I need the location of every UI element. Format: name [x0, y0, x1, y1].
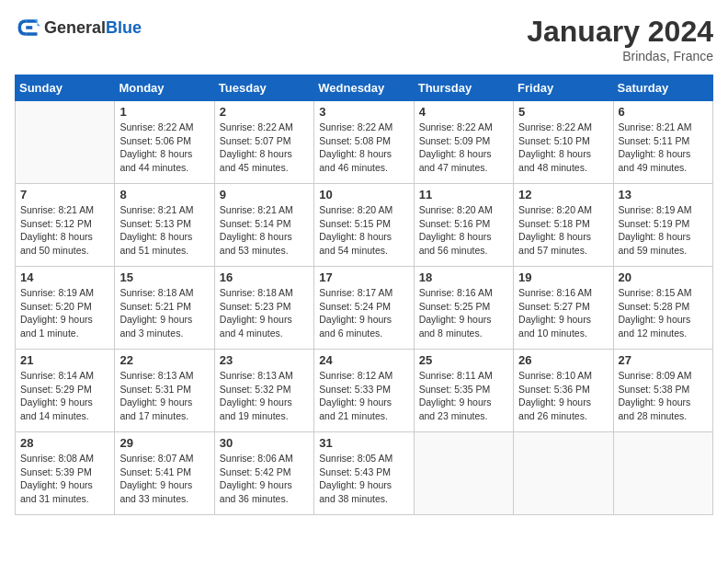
calendar-cell: 18Sunrise: 8:16 AM Sunset: 5:25 PM Dayli…: [414, 267, 513, 350]
day-info: Sunrise: 8:09 AM Sunset: 5:38 PM Dayligh…: [619, 369, 708, 423]
logo-text-general: General: [44, 18, 106, 37]
calendar-cell: 31Sunrise: 8:05 AM Sunset: 5:43 PM Dayli…: [314, 432, 414, 515]
day-info: Sunrise: 8:12 AM Sunset: 5:33 PM Dayligh…: [319, 369, 408, 423]
calendar-cell: 13Sunrise: 8:19 AM Sunset: 5:19 PM Dayli…: [613, 184, 712, 267]
day-number: 28: [20, 436, 109, 450]
day-number: 24: [319, 353, 408, 367]
calendar-cell: 20Sunrise: 8:15 AM Sunset: 5:28 PM Dayli…: [613, 267, 712, 350]
day-info: Sunrise: 8:06 AM Sunset: 5:42 PM Dayligh…: [220, 452, 309, 506]
day-number: 16: [220, 270, 309, 284]
weekday-header-tuesday: Tuesday: [214, 75, 313, 101]
day-number: 31: [319, 436, 408, 450]
day-info: Sunrise: 8:21 AM Sunset: 5:11 PM Dayligh…: [619, 121, 708, 175]
calendar-cell: [613, 432, 712, 515]
calendar-cell: 19Sunrise: 8:16 AM Sunset: 5:27 PM Dayli…: [514, 267, 613, 350]
calendar-cell: 30Sunrise: 8:06 AM Sunset: 5:42 PM Dayli…: [214, 432, 313, 515]
calendar-week-row: 28Sunrise: 8:08 AM Sunset: 5:39 PM Dayli…: [16, 432, 713, 515]
weekday-header-thursday: Thursday: [414, 75, 513, 101]
calendar-cell: 2Sunrise: 8:22 AM Sunset: 5:07 PM Daylig…: [214, 101, 313, 184]
calendar-cell: 4Sunrise: 8:22 AM Sunset: 5:09 PM Daylig…: [414, 101, 513, 184]
day-number: 17: [319, 270, 408, 284]
day-info: Sunrise: 8:21 AM Sunset: 5:14 PM Dayligh…: [220, 203, 309, 258]
day-number: 13: [619, 188, 708, 201]
day-info: Sunrise: 8:16 AM Sunset: 5:25 PM Dayligh…: [419, 286, 508, 340]
day-info: Sunrise: 8:11 AM Sunset: 5:35 PM Dayligh…: [419, 369, 508, 423]
calendar-cell: 7Sunrise: 8:21 AM Sunset: 5:12 PM Daylig…: [16, 184, 115, 267]
day-info: Sunrise: 8:05 AM Sunset: 5:43 PM Dayligh…: [319, 452, 408, 506]
day-info: Sunrise: 8:13 AM Sunset: 5:32 PM Dayligh…: [220, 369, 309, 423]
day-info: Sunrise: 8:18 AM Sunset: 5:21 PM Dayligh…: [119, 286, 209, 340]
day-number: 3: [319, 105, 408, 119]
calendar-cell: [16, 101, 115, 184]
day-number: 26: [518, 353, 608, 367]
day-info: Sunrise: 8:10 AM Sunset: 5:36 PM Dayligh…: [518, 369, 608, 423]
day-number: 4: [419, 105, 508, 119]
day-number: 25: [419, 353, 508, 367]
day-number: 18: [419, 270, 508, 284]
day-number: 14: [20, 270, 109, 284]
day-info: Sunrise: 8:20 AM Sunset: 5:18 PM Dayligh…: [518, 203, 608, 258]
calendar-cell: 23Sunrise: 8:13 AM Sunset: 5:32 PM Dayli…: [214, 350, 313, 432]
calendar-week-row: 21Sunrise: 8:14 AM Sunset: 5:29 PM Dayli…: [16, 350, 713, 432]
day-number: 27: [619, 353, 708, 367]
calendar-cell: 8Sunrise: 8:21 AM Sunset: 5:13 PM Daylig…: [115, 184, 214, 267]
calendar-cell: 24Sunrise: 8:12 AM Sunset: 5:33 PM Dayli…: [314, 350, 414, 432]
calendar-table: SundayMondayTuesdayWednesdayThursdayFrid…: [15, 75, 713, 515]
calendar-cell: 6Sunrise: 8:21 AM Sunset: 5:11 PM Daylig…: [613, 101, 712, 184]
day-number: 30: [220, 436, 309, 450]
calendar-cell: 5Sunrise: 8:22 AM Sunset: 5:10 PM Daylig…: [514, 101, 613, 184]
day-info: Sunrise: 8:22 AM Sunset: 5:07 PM Dayligh…: [220, 121, 309, 175]
day-info: Sunrise: 8:19 AM Sunset: 5:20 PM Dayligh…: [20, 286, 109, 340]
day-info: Sunrise: 8:22 AM Sunset: 5:08 PM Dayligh…: [319, 121, 408, 175]
title-block: January 2024 Brindas, France: [527, 15, 713, 63]
day-number: 8: [119, 188, 209, 201]
day-info: Sunrise: 8:16 AM Sunset: 5:27 PM Dayligh…: [518, 286, 608, 340]
month-title: January 2024: [527, 15, 713, 49]
day-number: 9: [220, 188, 309, 201]
day-info: Sunrise: 8:21 AM Sunset: 5:12 PM Dayligh…: [20, 203, 109, 258]
day-number: 19: [518, 270, 608, 284]
calendar-cell: [514, 432, 613, 515]
calendar-cell: 21Sunrise: 8:14 AM Sunset: 5:29 PM Dayli…: [16, 350, 115, 432]
day-number: 23: [220, 353, 309, 367]
calendar-cell: 28Sunrise: 8:08 AM Sunset: 5:39 PM Dayli…: [16, 432, 115, 515]
weekday-header-friday: Friday: [514, 75, 613, 101]
day-info: Sunrise: 8:17 AM Sunset: 5:24 PM Dayligh…: [319, 286, 408, 340]
day-number: 12: [518, 188, 608, 201]
calendar-cell: 26Sunrise: 8:10 AM Sunset: 5:36 PM Dayli…: [514, 350, 613, 432]
calendar-cell: 12Sunrise: 8:20 AM Sunset: 5:18 PM Dayli…: [514, 184, 613, 267]
day-info: Sunrise: 8:20 AM Sunset: 5:15 PM Dayligh…: [319, 203, 408, 258]
location-subtitle: Brindas, France: [527, 49, 713, 63]
day-number: 21: [20, 353, 109, 367]
calendar-week-row: 7Sunrise: 8:21 AM Sunset: 5:12 PM Daylig…: [16, 184, 713, 267]
calendar-cell: 17Sunrise: 8:17 AM Sunset: 5:24 PM Dayli…: [314, 267, 414, 350]
day-info: Sunrise: 8:19 AM Sunset: 5:19 PM Dayligh…: [619, 203, 708, 258]
calendar-week-row: 14Sunrise: 8:19 AM Sunset: 5:20 PM Dayli…: [16, 267, 713, 350]
day-number: 15: [119, 270, 209, 284]
logo-text-blue: Blue: [106, 18, 142, 37]
weekday-header-saturday: Saturday: [613, 75, 712, 101]
day-info: Sunrise: 8:18 AM Sunset: 5:23 PM Dayligh…: [220, 286, 309, 340]
logo: GeneralBlue: [15, 15, 142, 40]
day-info: Sunrise: 8:15 AM Sunset: 5:28 PM Dayligh…: [619, 286, 708, 340]
weekday-header-row: SundayMondayTuesdayWednesdayThursdayFrid…: [16, 75, 713, 101]
day-info: Sunrise: 8:08 AM Sunset: 5:39 PM Dayligh…: [20, 452, 109, 506]
day-info: Sunrise: 8:22 AM Sunset: 5:10 PM Dayligh…: [518, 121, 608, 175]
day-number: 29: [119, 436, 209, 450]
calendar-cell: 11Sunrise: 8:20 AM Sunset: 5:16 PM Dayli…: [414, 184, 513, 267]
calendar-week-row: 1Sunrise: 8:22 AM Sunset: 5:06 PM Daylig…: [16, 101, 713, 184]
day-number: 2: [220, 105, 309, 119]
calendar-cell: 29Sunrise: 8:07 AM Sunset: 5:41 PM Dayli…: [115, 432, 214, 515]
weekday-header-monday: Monday: [115, 75, 214, 101]
day-number: 11: [419, 188, 508, 201]
day-number: 6: [619, 105, 708, 119]
day-info: Sunrise: 8:14 AM Sunset: 5:29 PM Dayligh…: [20, 369, 109, 423]
day-number: 10: [319, 188, 408, 201]
calendar-cell: 14Sunrise: 8:19 AM Sunset: 5:20 PM Dayli…: [16, 267, 115, 350]
day-number: 5: [518, 105, 608, 119]
calendar-cell: 15Sunrise: 8:18 AM Sunset: 5:21 PM Dayli…: [115, 267, 214, 350]
day-info: Sunrise: 8:20 AM Sunset: 5:16 PM Dayligh…: [419, 203, 508, 258]
day-info: Sunrise: 8:07 AM Sunset: 5:41 PM Dayligh…: [119, 452, 209, 506]
calendar-cell: 10Sunrise: 8:20 AM Sunset: 5:15 PM Dayli…: [314, 184, 414, 267]
calendar-cell: [414, 432, 513, 515]
